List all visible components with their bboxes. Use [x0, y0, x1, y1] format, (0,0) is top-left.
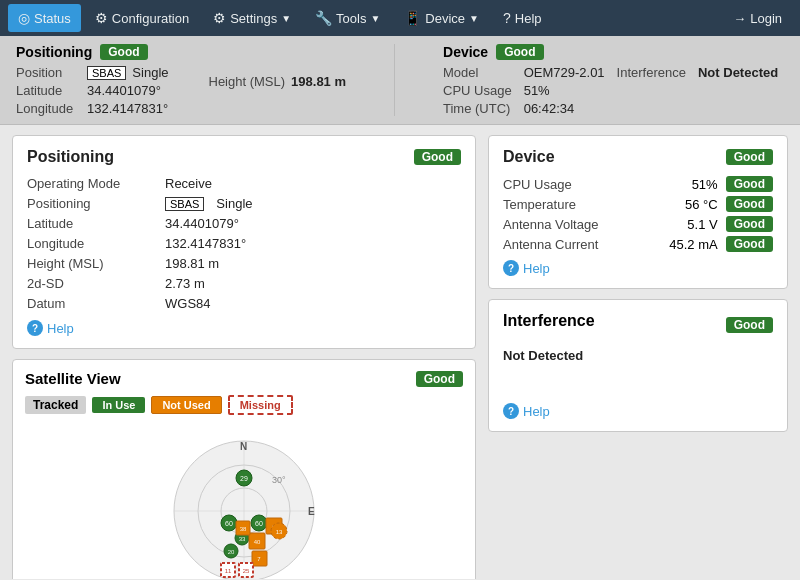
- tracked-label: Tracked: [25, 396, 86, 414]
- svg-text:E: E: [308, 506, 315, 517]
- lon-value: 132.4147831°: [165, 236, 246, 251]
- device-icon: 📱: [404, 10, 421, 26]
- nav-tools[interactable]: 🔧 Tools ▼: [305, 4, 390, 32]
- device-card-rows: CPU Usage 51% Good Temperature 56 °C Goo…: [503, 176, 773, 252]
- device-help-label: Help: [523, 261, 550, 276]
- interference-help-link[interactable]: ? Help: [503, 403, 773, 419]
- nav-login-label: Login: [750, 11, 782, 26]
- nav-help[interactable]: ? Help: [493, 4, 552, 32]
- latitude-label: Latitude: [16, 83, 81, 98]
- nav-status[interactable]: ◎ Status: [8, 4, 81, 32]
- positioning-help-link[interactable]: ? Help: [27, 320, 461, 336]
- summary-positioning: Positioning Good Position SBAS Single La…: [16, 44, 169, 116]
- nav-device[interactable]: 📱 Device ▼: [394, 4, 489, 32]
- longitude-value: 132.4147831°: [87, 101, 168, 116]
- nav-configuration-label: Configuration: [112, 11, 189, 26]
- svg-text:60: 60: [225, 520, 233, 527]
- model-label: Model: [443, 65, 512, 80]
- help-icon: ?: [503, 10, 511, 26]
- time-summary-label: Time (UTC): [443, 101, 512, 116]
- positioning-sbas-badge: SBAS: [165, 197, 204, 211]
- interference-help-label: Help: [523, 404, 550, 419]
- positioning-help-label: Help: [47, 321, 74, 336]
- nav-device-label: Device: [425, 11, 465, 26]
- cpu-summary-label: CPU Usage: [443, 83, 512, 98]
- summary-positioning-badge: Good: [100, 44, 147, 60]
- positioning-card-title: Positioning: [27, 148, 114, 166]
- tools-caret: ▼: [370, 13, 380, 24]
- svg-text:29: 29: [240, 475, 248, 482]
- svg-text:33: 33: [239, 536, 246, 542]
- sky-plot: 30° N E 29 60 60 33 20: [124, 423, 364, 579]
- positioning-mode-label: Positioning: [27, 196, 157, 211]
- latitude-value: 34.4401079°: [87, 83, 161, 98]
- svg-text:20: 20: [228, 549, 235, 555]
- positioning-card: Positioning Good Operating Mode Receive …: [12, 135, 476, 349]
- summary-device-title: Device: [443, 44, 488, 60]
- summary-device-badge: Good: [496, 44, 543, 60]
- svg-text:40: 40: [254, 539, 261, 545]
- positioning-mode-value: Single: [216, 196, 252, 211]
- ant-voltage-badge: Good: [726, 216, 773, 232]
- svg-text:11: 11: [225, 568, 232, 574]
- position-type: Single: [132, 65, 168, 80]
- op-mode-label: Operating Mode: [27, 176, 157, 191]
- main-content: Positioning Good Operating Mode Receive …: [0, 125, 800, 579]
- device-card: Device Good CPU Usage 51% Good Temperatu…: [488, 135, 788, 289]
- cpu-summary-value: 51%: [524, 83, 605, 98]
- height-label: Height (MSL): [209, 74, 286, 89]
- satellite-card-badge: Good: [416, 371, 463, 387]
- lat-label: Latitude: [27, 216, 157, 231]
- satellite-legend: Tracked In Use Not Used Missing: [25, 395, 463, 415]
- svg-text:38: 38: [240, 526, 247, 532]
- nav-status-label: Status: [34, 11, 71, 26]
- nav-login[interactable]: → Login: [723, 5, 792, 32]
- position-label: Position: [16, 65, 81, 80]
- status-icon: ◎: [18, 10, 30, 26]
- settings-icon: ⚙: [213, 10, 226, 26]
- device-caret: ▼: [469, 13, 479, 24]
- cpu-label: CPU Usage: [503, 177, 572, 192]
- ant-voltage-label: Antenna Voltage: [503, 217, 598, 232]
- summary-bar: Positioning Good Position SBAS Single La…: [0, 36, 800, 125]
- nav-tools-label: Tools: [336, 11, 366, 26]
- summary-device: Device Good Model OEM729-2.01 Interferen…: [443, 44, 778, 116]
- nav-configuration[interactable]: ⚙ Configuration: [85, 4, 199, 32]
- height-card-label: Height (MSL): [27, 256, 157, 271]
- not-used-legend: Not Used: [151, 396, 221, 414]
- sd2d-value: 2.73 m: [165, 276, 205, 291]
- nav-help-label: Help: [515, 11, 542, 26]
- height-value: 198.81 m: [291, 74, 346, 89]
- satellite-card: Satellite View Good Tracked In Use Not U…: [12, 359, 476, 579]
- interference-card-badge: Good: [726, 317, 773, 333]
- in-use-legend: In Use: [92, 397, 145, 413]
- device-help-link[interactable]: ? Help: [503, 260, 773, 276]
- login-arrow-icon: →: [733, 11, 746, 26]
- missing-legend: Missing: [228, 395, 293, 415]
- device-card-title: Device: [503, 148, 555, 166]
- svg-text:13: 13: [276, 529, 283, 535]
- lat-value: 34.4401079°: [165, 216, 239, 231]
- model-value: OEM729-2.01: [524, 65, 605, 80]
- cpu-value: 51%: [692, 177, 718, 192]
- ant-voltage-value: 5.1 V: [687, 217, 717, 232]
- nav-settings[interactable]: ⚙ Settings ▼: [203, 4, 301, 32]
- positioning-card-badge: Good: [414, 149, 461, 165]
- summary-height: Height (MSL) 198.81 m: [209, 44, 347, 89]
- longitude-label: Longitude: [16, 101, 81, 116]
- interference-status-text: Not Detected: [503, 348, 773, 363]
- cpu-badge: Good: [726, 176, 773, 192]
- nav-settings-label: Settings: [230, 11, 277, 26]
- configuration-icon: ⚙: [95, 10, 108, 26]
- navbar: ◎ Status ⚙ Configuration ⚙ Settings ▼ 🔧 …: [0, 0, 800, 36]
- left-column: Positioning Good Operating Mode Receive …: [12, 135, 476, 569]
- ant-current-label: Antenna Current: [503, 237, 598, 252]
- summary-positioning-title: Positioning: [16, 44, 92, 60]
- sd2d-label: 2d-SD: [27, 276, 157, 291]
- svg-text:30°: 30°: [272, 475, 286, 485]
- temp-label: Temperature: [503, 197, 576, 212]
- datum-label: Datum: [27, 296, 157, 311]
- time-summary-value: 06:42:34: [524, 101, 605, 116]
- op-mode-value: Receive: [165, 176, 212, 191]
- datum-value: WGS84: [165, 296, 211, 311]
